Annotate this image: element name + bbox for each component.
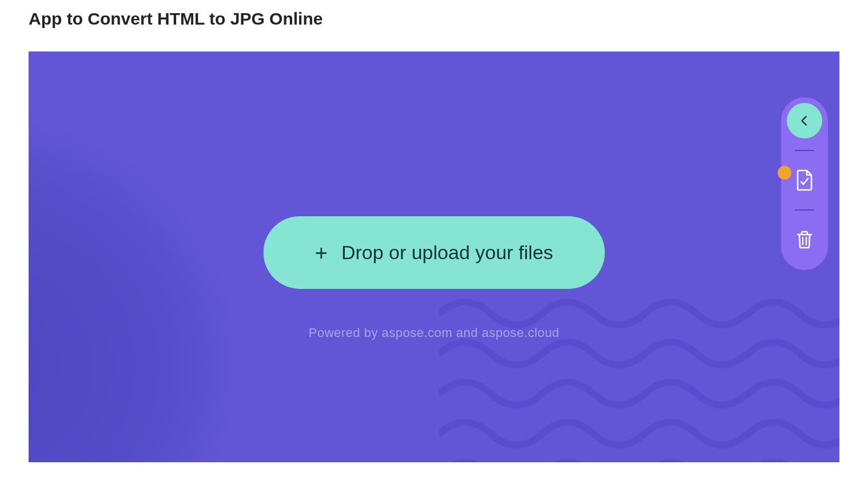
- plus-icon: +: [315, 241, 328, 263]
- converter-panel[interactable]: + Drop or upload your files Powered by a…: [29, 51, 839, 462]
- upload-button[interactable]: + Drop or upload your files: [264, 216, 605, 289]
- chevron-left-icon: [798, 114, 811, 127]
- clipboard-button[interactable]: [787, 162, 822, 198]
- delete-button[interactable]: [787, 222, 822, 257]
- notification-badge: [778, 166, 791, 180]
- back-button[interactable]: [787, 103, 822, 138]
- trash-icon: [796, 231, 813, 249]
- upload-button-label: Drop or upload your files: [341, 241, 553, 264]
- toolbar-divider: [795, 150, 814, 151]
- page-title: App to Convert HTML to JPG Online: [29, 9, 839, 29]
- clipboard-check-icon: [795, 169, 814, 191]
- powered-by-text: Powered by aspose.com and aspose.cloud: [309, 326, 559, 340]
- toolbar-divider: [795, 209, 814, 211]
- dots-background: [29, 51, 200, 137]
- side-toolbar: [781, 97, 828, 270]
- background-blob: [29, 109, 246, 462]
- waves-decoration: [439, 279, 839, 462]
